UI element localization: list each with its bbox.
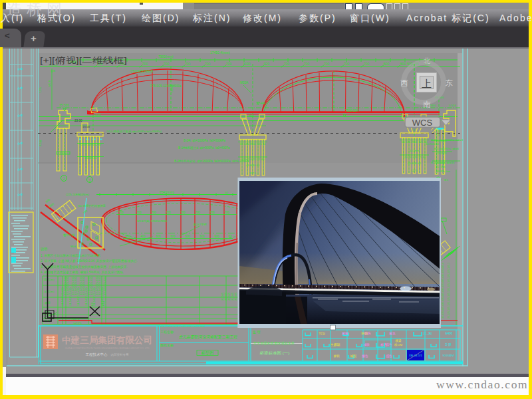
svg-text:3. 主拱圈采用等截面悬链线无铰拱拱轴系数采用. 上部结构安: 3. 主拱圈采用等截面悬链线无铰拱拱轴系数采用. 上部结构安装. <box>41 265 128 269</box>
svg-text:监 理: 监 理 <box>253 330 260 334</box>
svg-text:35.4: 35.4 <box>442 286 444 291</box>
svg-text:上: 上 <box>422 78 432 89</box>
svg-text:9015排M: 9015排M <box>443 354 455 357</box>
svg-text:1000: 1000 <box>243 62 250 66</box>
svg-text:(225.2(米制)(N/m): (225.2(米制)(N/m) <box>66 193 90 196</box>
svg-text:25.1: 25.1 <box>448 295 450 300</box>
svg-text:900: 900 <box>249 114 254 117</box>
svg-text:M3-ET(A)-1234567890: M3-ET(A)-1234567890 <box>137 219 167 223</box>
svg-text:35.4: 35.4 <box>442 263 444 267</box>
svg-text:K0: K0 <box>90 302 94 306</box>
svg-text:西: 西 <box>400 79 408 87</box>
svg-text:12000: 12000 <box>59 152 68 155</box>
svg-text:60: 60 <box>228 235 232 238</box>
svg-text:700: 700 <box>226 62 232 66</box>
svg-text:虎兀县廖阳河沿河桥配套二期工程: 虎兀县廖阳河沿河桥配套二期工程 <box>179 334 238 340</box>
svg-text:25.1: 25.1 <box>448 291 450 295</box>
svg-text:700: 700 <box>166 211 171 214</box>
svg-text:700: 700 <box>195 211 200 214</box>
svg-text:2. 设计荷载: 公路-I级人群 3.5kN(0.0.34.: 2. 设计荷载: 公路-I级人群 3.5kN(0.0.34. 其余按设计规范取用… <box>41 259 138 263</box>
svg-text:城联: 城联 <box>362 343 370 346</box>
svg-text:7500.01%: 7500.01% <box>345 109 359 112</box>
svg-text:600: 600 <box>156 235 161 238</box>
svg-text:CHINA CONSTRUCTION THIRD ENGIN: CHINA CONSTRUCTION THIRD ENGINEERING BUR… <box>65 347 150 350</box>
svg-text:桥梁标准图 (一): 桥梁标准图 (一) <box>259 350 289 356</box>
svg-text:墩中心线: 墩中心线 <box>63 233 75 237</box>
svg-text:600: 600 <box>170 235 176 238</box>
svg-text:25.1: 25.1 <box>448 286 450 291</box>
svg-text:工程名称: 工程名称 <box>160 330 174 334</box>
svg-text:工程技术中心: 工程技术中心 <box>86 352 108 357</box>
svg-text:内部资料专用: 内部资料专用 <box>111 353 129 356</box>
svg-text:M03A: M03A <box>240 81 249 84</box>
svg-text:[+][俯视][二维线框]: [+][俯视][二维线框] <box>40 56 127 65</box>
svg-text:2: 2 <box>63 177 65 181</box>
svg-text:920: 920 <box>264 62 270 66</box>
svg-text:700: 700 <box>304 62 310 66</box>
svg-text:35.4: 35.4 <box>442 300 444 305</box>
svg-text:K01: K01 <box>102 301 105 306</box>
svg-text:700: 700 <box>136 211 142 214</box>
svg-text:会签: 会签 <box>17 142 23 145</box>
svg-text:感告: 感告 <box>386 354 392 358</box>
svg-text:25.1: 25.1 <box>448 305 450 309</box>
svg-text:400: 400 <box>140 235 146 238</box>
svg-text:600: 600 <box>200 235 205 238</box>
svg-text:1. 本图尺寸均以厘米计标高以米计Ycm采用.: 1. 本图尺寸均以厘米计标高以米计Ycm采用. <box>41 253 101 258</box>
svg-text:B-2#中风化砂岩. qb=1600Pa. fa0=6000: B-2#中风化砂岩. qb=1600Pa. fa0=6000Pa. vk=4.2… <box>174 159 249 163</box>
svg-text:1202020: 1202020 <box>436 152 447 155</box>
svg-text:被联: 被联 <box>333 354 340 358</box>
svg-text:WCS: WCS <box>412 118 433 128</box>
svg-text:桥型图: 桥型图 <box>200 350 213 356</box>
svg-text:15.00: 15.00 <box>82 125 90 128</box>
svg-text:城固: 城固 <box>349 354 356 358</box>
svg-text:127.5: 127.5 <box>249 172 257 175</box>
svg-text:说明:: 说明: <box>40 247 48 251</box>
svg-text:主娜辆: 主娜辆 <box>331 342 340 347</box>
svg-text:25.1: 25.1 <box>448 277 450 281</box>
svg-text:B-1#饱和粉土d. qb=900Pa. fa0=400Pa: B-1#饱和粉土d. qb=900Pa. fa0=400Pa <box>178 146 230 150</box>
svg-text:D 厚: D 厚 <box>445 342 452 346</box>
svg-text:B-2#aaaee. qb=16: B-2#aaaee. qb=16 <box>431 161 455 164</box>
svg-text:惊告: 惊告 <box>364 331 371 336</box>
svg-text:会签: 会签 <box>17 86 23 90</box>
svg-text:高程(m): 高程(m) <box>44 278 55 281</box>
svg-text:P75.0C5-1234568900a: P75.0C5-1234568900a <box>150 84 182 88</box>
svg-text:板口M: 板口M <box>394 343 403 346</box>
svg-text:6540(mm): 6540(mm) <box>160 191 174 194</box>
svg-text:10 2020 10: 10 2020 10 <box>426 142 440 146</box>
svg-text:17450.4(mm): 17450.4(mm) <box>210 51 230 55</box>
svg-text:B.5: B.5 <box>444 178 449 182</box>
svg-text:25.1: 25.1 <box>448 281 450 286</box>
svg-text:700: 700 <box>344 62 350 66</box>
svg-text:1450: 1450 <box>94 113 101 116</box>
svg-text:700: 700 <box>151 211 156 214</box>
svg-text:40 4040 40: 40 4040 40 <box>408 162 422 165</box>
svg-text:40 4040 40: 40 4040 40 <box>246 164 260 167</box>
svg-text:中建三局集团有限公司: 中建三局集团有限公司 <box>62 335 152 345</box>
svg-text:700: 700 <box>118 211 124 214</box>
svg-text:700: 700 <box>185 62 191 66</box>
svg-text:7500(mm): 7500(mm) <box>158 55 174 59</box>
svg-text:安全县级和重要区域知名单: 安全县级和重要区域知名单 <box>253 341 295 346</box>
svg-text:600: 600 <box>214 235 219 238</box>
svg-text:25.1: 25.1 <box>448 309 450 314</box>
svg-text:会签: 会签 <box>17 168 23 171</box>
svg-text:35.4: 35.4 <box>442 267 444 272</box>
svg-text:23.00: 23.00 <box>74 119 82 122</box>
svg-text:600: 600 <box>185 235 190 238</box>
svg-text:E400: E400 <box>446 332 453 335</box>
svg-text:10.5mm: 10.5mm <box>410 149 420 152</box>
svg-text:25.1: 25.1 <box>448 272 450 277</box>
svg-text:35.4: 35.4 <box>442 291 444 295</box>
svg-text:会签: 会签 <box>17 114 23 117</box>
svg-text:500: 500 <box>384 62 390 66</box>
svg-text:700: 700 <box>324 62 330 66</box>
svg-text:35.4: 35.4 <box>442 295 444 300</box>
svg-text:25.1: 25.1 <box>448 263 450 267</box>
svg-text:B-2#t. qb=1000Pa. fa0=300kPa: B-2#t. qb=1000Pa. fa0=300kPa <box>184 139 226 142</box>
svg-text:31.540725.435: 31.540725.435 <box>103 276 106 295</box>
svg-text:700: 700 <box>142 62 148 66</box>
svg-text:25.1: 25.1 <box>448 267 450 272</box>
svg-text:i=2.5%: i=2.5% <box>73 321 82 325</box>
